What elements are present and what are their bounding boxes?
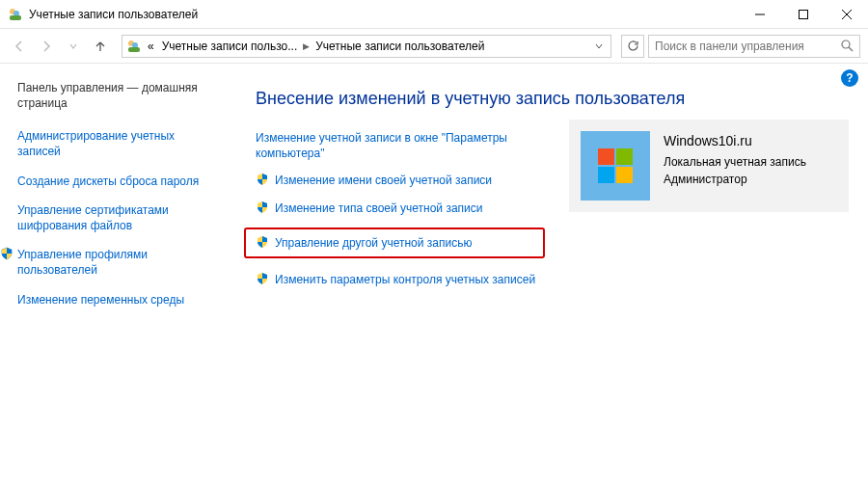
page-title: Внесение изменений в учетную запись поль… xyxy=(256,89,849,109)
search-box[interactable] xyxy=(648,35,860,58)
back-button[interactable] xyxy=(8,35,31,58)
recent-locations-button[interactable] xyxy=(62,35,85,58)
content-area: ? Панель управления — домашняя страница … xyxy=(0,64,868,482)
chevron-right-icon: ▶ xyxy=(303,41,310,51)
minimize-button[interactable] xyxy=(738,0,781,29)
control-panel-home-link[interactable]: Панель управления — домашняя страница xyxy=(17,81,217,111)
sidebar-link-manage-certificates[interactable]: Управление сертификатами шифрования файл… xyxy=(17,202,217,233)
svg-rect-9 xyxy=(128,47,140,52)
action-change-name[interactable]: Изменение имени своей учетной записи xyxy=(256,173,545,188)
search-input[interactable] xyxy=(655,40,841,53)
shield-icon xyxy=(256,173,269,186)
action-manage-another-account[interactable]: Управление другой учетной записью xyxy=(244,228,545,258)
address-dropdown[interactable] xyxy=(591,42,607,50)
app-icon xyxy=(8,7,23,22)
action-list: Изменение учетной записи в окне "Парамет… xyxy=(256,130,545,287)
up-button[interactable] xyxy=(89,35,112,58)
window-controls xyxy=(738,0,868,29)
action-change-in-pc-settings[interactable]: Изменение учетной записи в окне "Парамет… xyxy=(256,130,545,161)
address-bar[interactable]: « Учетные записи пользо... ▶ Учетные зап… xyxy=(122,35,611,58)
titlebar: Учетные записи пользователей xyxy=(0,0,868,29)
user-name: Windows10i.ru xyxy=(664,131,806,151)
svg-line-11 xyxy=(849,47,853,51)
sidebar-link-admin-accounts[interactable]: Администрирование учетных записей xyxy=(17,128,217,159)
user-info: Windows10i.ru Локальная учетная запись А… xyxy=(664,131,806,201)
windows-logo-icon xyxy=(598,148,633,183)
user-avatar xyxy=(581,131,650,201)
user-role: Администратор xyxy=(664,171,806,188)
breadcrumb-item-2[interactable]: Учетные записи пользователей xyxy=(313,40,486,53)
refresh-button[interactable] xyxy=(621,35,644,58)
close-button[interactable] xyxy=(825,0,868,29)
shield-icon xyxy=(0,247,14,260)
main-panel: Внесение изменений в учетную запись поль… xyxy=(227,64,868,482)
user-account-type: Локальная учетная запись xyxy=(664,153,806,171)
sidebar-link-env-vars[interactable]: Изменение переменных среды xyxy=(17,292,217,308)
user-card: Windows10i.ru Локальная учетная запись А… xyxy=(569,120,849,212)
sidebar-link-manage-profiles[interactable]: Управление профилями пользователей xyxy=(17,247,217,278)
breadcrumb-prefix[interactable]: « xyxy=(146,40,156,53)
breadcrumb-item-1[interactable]: Учетные записи пользо... xyxy=(160,40,300,53)
location-icon xyxy=(126,39,142,54)
sidebar-link-password-reset-disk[interactable]: Создание дискеты сброса пароля xyxy=(17,174,217,189)
svg-rect-2 xyxy=(10,15,21,20)
search-icon xyxy=(841,40,854,52)
toolbar: « Учетные записи пользо... ▶ Учетные зап… xyxy=(0,29,868,64)
svg-point-10 xyxy=(842,40,850,48)
window-title: Учетные записи пользователей xyxy=(29,8,738,21)
action-change-type[interactable]: Изменение типа своей учетной записи xyxy=(256,201,545,216)
shield-icon xyxy=(256,272,269,285)
forward-button[interactable] xyxy=(35,35,58,58)
sidebar: Панель управления — домашняя страница Ад… xyxy=(0,64,227,482)
shield-icon xyxy=(256,201,269,214)
action-change-uac[interactable]: Изменить параметры контроля учетных запи… xyxy=(256,272,545,287)
shield-icon xyxy=(256,235,269,249)
maximize-button[interactable] xyxy=(781,0,825,29)
svg-rect-4 xyxy=(799,10,807,18)
